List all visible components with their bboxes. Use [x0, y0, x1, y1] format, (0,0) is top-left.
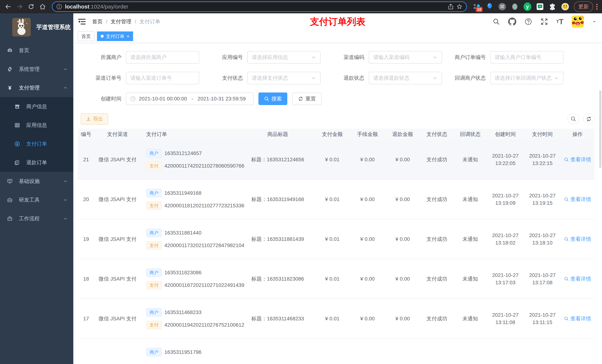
reset-button[interactable]: 重置	[292, 93, 322, 105]
channel-order-no-input[interactable]: 请输入渠道订单号	[126, 72, 199, 84]
cell-amount: ¥ 0.01	[315, 316, 350, 322]
page-content: 所属商户 请选择所属商户 应用编号 请选择应用信息 渠道编码 请输入渠道编码 商…	[73, 43, 602, 364]
browser-forward-button[interactable]	[15, 2, 24, 11]
chevron-down-icon	[63, 216, 68, 221]
collapse-sidebar-icon[interactable]	[78, 18, 86, 26]
export-button[interactable]: 导出	[81, 113, 108, 125]
field-placeholder: 请输入渠道订单号	[130, 74, 195, 82]
tags-view-bar: 首页 支付订单 ×	[73, 30, 602, 43]
filter-label: 渠道编码	[321, 54, 369, 61]
browser-update-button[interactable]: 更新	[574, 1, 593, 12]
view-detail-link[interactable]: 查看详情	[564, 275, 591, 282]
view-detail-link[interactable]: 查看详情	[564, 236, 591, 243]
toggle-search-button[interactable]	[568, 113, 579, 125]
extensions-puzzle-icon[interactable]	[549, 3, 557, 10]
pay-order-no: 4200001194202110276752100612	[164, 322, 244, 328]
sidebar-item-pay-order[interactable]: 支付订单	[0, 135, 73, 153]
browser-back-button[interactable]	[3, 2, 13, 11]
cell-title: 标题：1635311881439	[241, 236, 315, 243]
sidebar-item-refund-order[interactable]: 退款订单	[0, 153, 73, 172]
chevron-down-icon	[311, 75, 316, 81]
pay-order-no: 4200001167202110271022491439	[164, 282, 244, 288]
cell-fee: ¥ 0.00	[350, 276, 385, 282]
balloon-extension-icon[interactable]	[486, 3, 494, 10]
command-extension-icon[interactable]: ⌘	[498, 3, 506, 10]
pay-tag: 支付	[146, 201, 162, 210]
chevron-down-icon	[432, 55, 438, 60]
cell-notify-status: 未通知	[453, 236, 487, 243]
merchant-input[interactable]: 请选择所属商户	[126, 51, 199, 64]
sidebar-item-workflow[interactable]: 工作流程	[0, 209, 73, 228]
sidebar-item-dev-tools[interactable]: 研发工具	[0, 190, 73, 209]
user-avatar[interactable]	[572, 16, 584, 28]
channel-code-select[interactable]: 请输入渠道编码	[369, 51, 442, 64]
sidebar-item-app-info[interactable]: 应用信息	[0, 116, 73, 135]
merchant-tag: 商户	[146, 348, 162, 356]
col-create-time: 创建时间	[487, 131, 524, 138]
cell-pay-order: 商户 1635311823086 支付 42000011672021102710…	[141, 268, 241, 290]
view-detail-link[interactable]: 查看详情	[564, 156, 591, 163]
avatar-caret-icon[interactable]	[592, 20, 596, 24]
merchant-order-no: 1635311949168	[164, 190, 201, 196]
page-scrollbar[interactable]	[599, 90, 602, 168]
address-bar[interactable]: localhost:1024/pay/order	[52, 1, 467, 12]
profile-avatar-icon[interactable]	[561, 3, 569, 10]
cell-status: 支付成功	[420, 275, 453, 282]
sidebar-item-payment[interactable]: ¥ 支付管理	[0, 78, 73, 97]
merchant-order-no: 1635311468233	[164, 310, 201, 315]
refresh-button[interactable]	[583, 113, 595, 125]
search-button[interactable]: 搜索	[258, 93, 287, 105]
help-icon[interactable]	[525, 18, 532, 26]
extension-badge: 10	[476, 7, 483, 12]
browser-home-button[interactable]	[38, 2, 47, 11]
cell-refund: ¥ 0.00	[385, 157, 420, 163]
cell-channel: 微信 JSAPI 支付	[94, 315, 141, 322]
app-select[interactable]: 请选择应用信息	[247, 51, 321, 64]
cell-notify-status: 未通知	[453, 196, 487, 203]
sidebar-item-home[interactable]: 首页	[0, 41, 73, 60]
merchant-order-no-input[interactable]: 请输入商户订单编号	[490, 51, 563, 64]
cell-channel: 微信 JSAPI 支付	[94, 196, 141, 203]
cell-pay-time: 2021-10-2713:18:10	[524, 232, 561, 247]
field-placeholder: 请输入商户订单编号	[495, 54, 559, 61]
font-size-icon[interactable]: TT	[556, 18, 563, 26]
table-row: 17 微信 JSAPI 支付 商户 1635311468233 支付 42000…	[78, 299, 594, 339]
sidebar-logo[interactable]: 芋道管理系统	[0, 13, 73, 41]
sidebar-item-infra[interactable]: 基础设施	[0, 172, 73, 190]
pay-status-select[interactable]: 请选择支付状态	[247, 72, 321, 84]
filter-label: 渠道订单号	[78, 74, 126, 82]
breadcrumb-payment[interactable]: 支付管理	[111, 18, 131, 25]
date-start: 2021-10-01 00:00:00	[139, 96, 187, 102]
view-detail-link[interactable]: 查看详情	[564, 315, 591, 322]
page-title: 支付订单列表	[310, 16, 366, 28]
cell-id: 17	[78, 316, 94, 322]
extensions-row: 10 ⌘ y	[471, 3, 571, 10]
view-detail-link[interactable]: 查看详情	[564, 196, 591, 203]
cell-notify-status: 未通知	[453, 275, 487, 282]
pay-order-no: 4200001174202110278060590766	[164, 163, 244, 169]
y-extension-icon[interactable]: y	[524, 3, 531, 10]
header-search-icon[interactable]	[493, 18, 500, 25]
chat-extension-icon[interactable]	[536, 3, 544, 10]
recorder-extension-icon[interactable]	[511, 3, 519, 10]
bookmark-star-icon[interactable]	[456, 3, 462, 10]
sketch-extension-icon[interactable]: 10	[473, 3, 481, 10]
browser-toolbar: localhost:1024/pay/order 10 ⌘ y	[0, 0, 602, 13]
tab-pay-order[interactable]: 支付订单 ×	[97, 31, 133, 41]
sidebar-item-merchant-info[interactable]: 商户信息	[0, 97, 73, 116]
browser-reload-button[interactable]	[26, 2, 36, 11]
site-info-icon[interactable]	[56, 3, 62, 10]
filter-row-3: 创建时间 2021-10-01 00:00:00 - 2021-10-31 23…	[78, 93, 602, 105]
browser-menu-icon[interactable]	[595, 3, 599, 10]
notify-status-select[interactable]: 请选择订单回调商户状态	[490, 72, 563, 84]
share-icon[interactable]	[448, 3, 454, 10]
create-time-range-picker[interactable]: 2021-10-01 00:00:00 - 2021-10-31 23:59:5…	[126, 93, 254, 105]
refund-status-select[interactable]: 请选择退款状态	[369, 72, 442, 84]
sidebar-item-system[interactable]: 系统管理	[0, 60, 73, 78]
fullscreen-icon[interactable]	[540, 18, 548, 26]
breadcrumb-home[interactable]: 首页	[92, 18, 103, 25]
github-icon[interactable]	[508, 18, 516, 26]
filter-label: 应用编号	[199, 54, 247, 61]
tab-home[interactable]: 首页	[78, 31, 94, 41]
close-icon[interactable]: ×	[127, 34, 129, 39]
